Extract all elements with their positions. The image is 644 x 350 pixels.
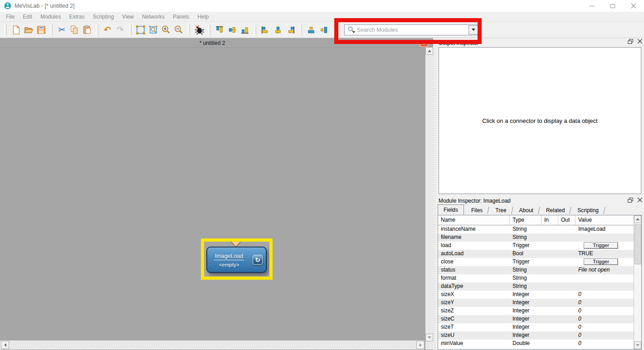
center-horizontal-button[interactable] xyxy=(305,24,317,36)
table-vertical-scrollbar[interactable] xyxy=(634,215,641,349)
imageload-node[interactable]: ImageLoad <empty> ↻ xyxy=(206,247,267,273)
close-panel-icon[interactable] xyxy=(637,39,643,44)
tab-tree[interactable]: Tree xyxy=(491,206,511,215)
field-row-minValue[interactable]: minValueDouble0 xyxy=(438,340,634,348)
scrollbar-thumb[interactable] xyxy=(634,224,641,264)
zoom-out-icon xyxy=(173,24,184,35)
menu-help[interactable]: Help xyxy=(194,12,213,22)
float-panel-icon[interactable] xyxy=(628,39,633,44)
align-hcenter-button[interactable] xyxy=(272,24,284,36)
field-row-close[interactable]: closeTriggerTrigger xyxy=(438,258,634,266)
scroll-up-button[interactable] xyxy=(634,215,641,223)
search-modules-input[interactable] xyxy=(355,25,468,35)
toolbar-separator xyxy=(254,24,256,35)
field-row-sizeY[interactable]: sizeYInteger0 xyxy=(438,299,634,307)
fit-view-button[interactable] xyxy=(134,24,147,36)
zoom-in-button[interactable] xyxy=(160,24,172,36)
save-button[interactable] xyxy=(35,24,48,36)
field-in xyxy=(542,340,558,348)
field-name: filename xyxy=(438,233,510,242)
align-vcenter-button[interactable] xyxy=(226,24,239,36)
scroll-right-button[interactable] xyxy=(416,341,424,349)
tab-files[interactable]: Files xyxy=(467,206,487,215)
canvas-horizontal-scrollbar[interactable] xyxy=(0,340,424,350)
column-header-value[interactable]: Value xyxy=(576,215,641,225)
maximize-button[interactable] xyxy=(602,0,623,12)
menu-modules[interactable]: Modules xyxy=(36,12,65,22)
field-out xyxy=(558,274,576,282)
close-panel-icon[interactable] xyxy=(637,197,643,203)
menu-view[interactable]: View xyxy=(118,12,138,22)
search-modules-combo[interactable] xyxy=(344,24,479,35)
field-row-status[interactable]: statusStringFile not open xyxy=(438,266,634,274)
field-name: minValue xyxy=(438,340,510,348)
menu-edit[interactable]: Edit xyxy=(19,12,36,22)
tab-fields[interactable]: Fields xyxy=(438,204,464,215)
menu-networks[interactable]: Networks xyxy=(138,12,169,22)
align-left-button[interactable] xyxy=(259,24,272,36)
field-row-load[interactable]: loadTriggerTrigger xyxy=(438,242,634,250)
zoom-out-button[interactable] xyxy=(172,24,185,36)
scroll-down-button[interactable] xyxy=(634,341,641,349)
load-trigger-button[interactable]: Trigger xyxy=(584,242,618,249)
align-top-button[interactable] xyxy=(213,24,226,36)
field-out xyxy=(558,331,576,340)
field-row-autoLoad[interactable]: autoLoadBoolTRUE xyxy=(438,250,634,258)
document-close-button[interactable]: ✕ xyxy=(420,40,428,47)
tab-related[interactable]: Related xyxy=(542,206,569,215)
output-inspector-view[interactable]: Click on a connector to display a data o… xyxy=(439,47,641,194)
menu-scripting[interactable]: Scripting xyxy=(88,12,118,22)
align-right-button[interactable] xyxy=(284,24,297,36)
field-name: sizeZ xyxy=(438,307,510,315)
zoom-selection-button[interactable] xyxy=(147,24,160,36)
float-panel-icon[interactable] xyxy=(628,198,633,203)
scroll-left-button[interactable] xyxy=(1,341,9,349)
module-inspector-tabs: Fields Files Tree About Related Scriptin… xyxy=(438,205,642,215)
field-row-format[interactable]: formatString xyxy=(438,274,634,282)
field-in xyxy=(542,250,558,258)
close-button[interactable] xyxy=(623,0,644,12)
debug-button[interactable] xyxy=(193,24,205,36)
align-bottom-button[interactable] xyxy=(239,24,251,36)
menu-extras[interactable]: Extras xyxy=(65,12,88,22)
field-row-sizeU[interactable]: sizeUInteger0 xyxy=(438,331,634,340)
field-row-sizeT[interactable]: sizeTInteger0 xyxy=(438,323,634,331)
mevislab-logo-icon xyxy=(4,2,11,10)
field-row-filename[interactable]: filenameString xyxy=(438,233,634,242)
field-row-instanceName[interactable]: instanceNameStringImageLoad xyxy=(438,225,634,233)
redo-button[interactable]: ↷ xyxy=(114,24,127,36)
field-row-dataType[interactable]: dataTypeString xyxy=(438,282,634,291)
column-header-name[interactable]: Name xyxy=(438,215,510,225)
undo-button[interactable]: ↶ xyxy=(101,24,114,36)
scroll-down-button[interactable] xyxy=(425,334,433,341)
field-type: Integer xyxy=(510,331,542,340)
search-dropdown-button[interactable] xyxy=(468,25,478,34)
scroll-up-button[interactable] xyxy=(425,47,433,55)
field-in xyxy=(542,225,558,233)
toolbar-handle xyxy=(5,24,7,35)
canvas-vertical-scrollbar[interactable] xyxy=(425,47,433,341)
field-row-sizeX[interactable]: sizeXInteger0 xyxy=(438,291,634,299)
center-vertical-button[interactable] xyxy=(317,24,330,36)
close-trigger-button[interactable]: Trigger xyxy=(584,258,618,265)
copy-button[interactable] xyxy=(68,24,81,36)
field-row-sizeZ[interactable]: sizeZInteger0 xyxy=(438,307,634,315)
column-header-in[interactable]: In xyxy=(542,215,558,225)
menu-file[interactable]: File xyxy=(2,12,19,22)
node-reload-button[interactable]: ↻ xyxy=(253,255,263,265)
network-canvas[interactable]: * untitled 2 ✕ ImageLoad <empty> ↻ xyxy=(0,38,434,350)
tab-scripting[interactable]: Scripting xyxy=(573,206,603,215)
tab-about[interactable]: About xyxy=(515,206,538,215)
new-file-button[interactable] xyxy=(10,24,22,36)
field-value: 0 xyxy=(576,291,634,299)
minimize-button[interactable] xyxy=(581,0,602,12)
reload-icon: ↻ xyxy=(255,256,260,263)
column-header-out[interactable]: Out xyxy=(558,215,576,225)
toolbar-separator xyxy=(188,24,190,35)
open-file-button[interactable] xyxy=(22,24,35,36)
cut-button[interactable]: ✂ xyxy=(55,24,68,36)
menu-panels[interactable]: Panels xyxy=(169,12,194,22)
field-row-sizeC[interactable]: sizeCInteger0 xyxy=(438,315,634,323)
paste-button[interactable] xyxy=(81,24,93,36)
column-header-type[interactable]: Type xyxy=(510,215,542,225)
